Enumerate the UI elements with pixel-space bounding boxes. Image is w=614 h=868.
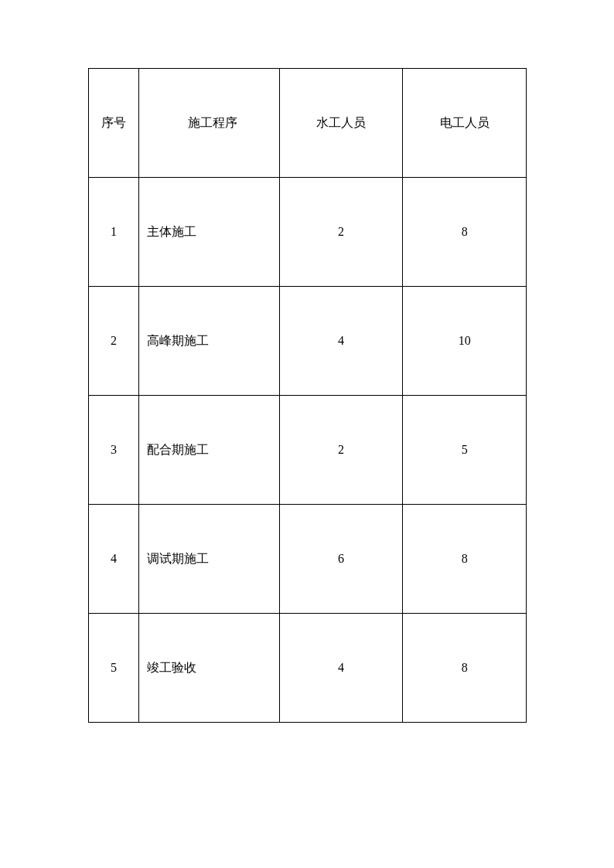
cell-seq: 4: [89, 505, 139, 614]
cell-water: 6: [279, 505, 403, 614]
table-header-row: 序号 施工程序 水工人员 电工人员: [89, 69, 527, 178]
table-row: 1 主体施工 2 8: [89, 178, 527, 287]
cell-procedure: 配合期施工: [138, 396, 279, 505]
cell-electric: 5: [403, 396, 527, 505]
cell-electric: 8: [403, 505, 527, 614]
page-container: 序号 施工程序 水工人员 电工人员 1 主体施工 2 8 2 高峰期施工 4 1…: [0, 0, 614, 723]
cell-electric: 8: [403, 178, 527, 287]
cell-seq: 3: [89, 396, 139, 505]
cell-procedure: 高峰期施工: [138, 287, 279, 396]
cell-procedure: 竣工验收: [138, 614, 279, 723]
cell-electric: 8: [403, 614, 527, 723]
cell-water: 2: [279, 178, 403, 287]
header-water: 水工人员: [279, 69, 403, 178]
table-row: 3 配合期施工 2 5: [89, 396, 527, 505]
cell-procedure: 调试期施工: [138, 505, 279, 614]
header-electric: 电工人员: [403, 69, 527, 178]
cell-electric: 10: [403, 287, 527, 396]
cell-seq: 2: [89, 287, 139, 396]
personnel-table: 序号 施工程序 水工人员 电工人员 1 主体施工 2 8 2 高峰期施工 4 1…: [88, 68, 527, 723]
table-row: 4 调试期施工 6 8: [89, 505, 527, 614]
cell-water: 4: [279, 614, 403, 723]
cell-water: 4: [279, 287, 403, 396]
header-procedure: 施工程序: [138, 69, 279, 178]
table-row: 2 高峰期施工 4 10: [89, 287, 527, 396]
cell-seq: 1: [89, 178, 139, 287]
table-row: 5 竣工验收 4 8: [89, 614, 527, 723]
cell-water: 2: [279, 396, 403, 505]
cell-procedure: 主体施工: [138, 178, 279, 287]
header-seq: 序号: [89, 69, 139, 178]
cell-seq: 5: [89, 614, 139, 723]
